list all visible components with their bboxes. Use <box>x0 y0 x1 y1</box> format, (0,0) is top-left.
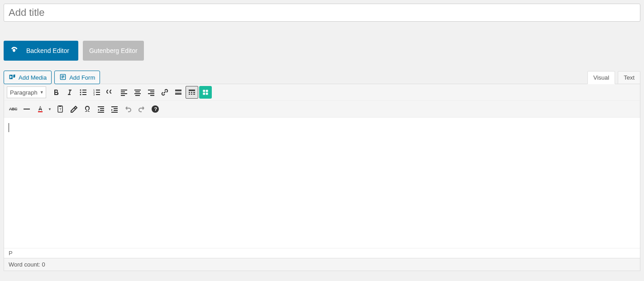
content-editor[interactable] <box>4 118 640 248</box>
svg-rect-22 <box>134 93 141 94</box>
svg-rect-42 <box>24 109 30 110</box>
svg-rect-30 <box>175 93 181 95</box>
add-media-button[interactable]: Add Media <box>4 71 52 84</box>
svg-rect-43 <box>38 111 43 112</box>
bold-button[interactable] <box>50 86 62 99</box>
indent-button[interactable] <box>108 103 121 115</box>
svg-point-6 <box>80 92 81 93</box>
svg-rect-35 <box>189 94 190 95</box>
svg-rect-47 <box>98 106 104 107</box>
add-media-label: Add Media <box>19 74 47 81</box>
outdent-button[interactable] <box>95 103 107 115</box>
redo-button[interactable] <box>135 103 148 115</box>
number-list-button[interactable]: 123 <box>91 86 103 99</box>
svg-rect-49 <box>100 110 104 111</box>
editor-tabs: Visual Text <box>585 71 640 84</box>
help-button[interactable]: ? <box>149 103 162 115</box>
svg-rect-9 <box>82 94 86 95</box>
svg-rect-48 <box>100 108 104 109</box>
svg-rect-40 <box>203 93 205 95</box>
svg-rect-11 <box>96 90 100 90</box>
svg-rect-37 <box>193 94 195 95</box>
word-count-label: Word count: <box>9 261 42 268</box>
link-button[interactable] <box>158 86 171 99</box>
svg-rect-16 <box>121 90 127 90</box>
media-tabs-row: Add Media Add Form Visual Text <box>4 71 640 84</box>
word-count-value: 0 <box>42 261 45 268</box>
element-path: P <box>4 248 640 258</box>
undo-button[interactable] <box>122 103 134 115</box>
svg-point-8 <box>80 94 81 95</box>
align-left-button[interactable] <box>118 86 130 99</box>
text-color-dropdown[interactable] <box>47 103 53 115</box>
special-char-button[interactable] <box>81 103 94 115</box>
svg-rect-18 <box>121 93 127 94</box>
clear-format-button[interactable] <box>67 103 80 115</box>
svg-rect-27 <box>150 95 154 96</box>
horizontal-line-button[interactable] <box>20 103 33 115</box>
svg-rect-39 <box>206 90 208 92</box>
strikethrough-icon: ABC <box>9 107 17 111</box>
svg-rect-52 <box>114 108 118 109</box>
svg-rect-21 <box>135 91 140 92</box>
svg-rect-15 <box>96 94 100 95</box>
svg-rect-5 <box>82 90 86 90</box>
editor-select-row: Backend Editor Gutenberg Editor <box>4 41 640 61</box>
svg-rect-36 <box>191 94 192 95</box>
svg-rect-23 <box>135 95 140 96</box>
svg-rect-45 <box>59 105 62 107</box>
svg-rect-26 <box>148 93 154 94</box>
svg-text:3: 3 <box>93 93 95 96</box>
text-cursor-icon <box>9 123 9 132</box>
paste-text-button[interactable]: T <box>54 103 67 115</box>
plugin-button[interactable] <box>199 86 212 99</box>
editor-container: Paragraph 123 ABC T ? P W <box>4 84 640 271</box>
blockquote-button[interactable] <box>104 86 117 99</box>
svg-rect-24 <box>148 90 154 90</box>
svg-rect-53 <box>114 110 118 111</box>
status-bar: Word count: 0 <box>4 258 640 271</box>
align-center-button[interactable] <box>131 86 144 99</box>
toolbar-row-1: Paragraph 123 <box>4 84 640 101</box>
svg-text:?: ? <box>154 106 157 112</box>
align-right-button[interactable] <box>145 86 157 99</box>
element-path-value: P <box>9 250 13 257</box>
svg-rect-34 <box>193 92 195 93</box>
svg-rect-41 <box>206 93 208 95</box>
svg-rect-13 <box>96 92 100 93</box>
svg-rect-19 <box>121 95 125 96</box>
tab-visual[interactable]: Visual <box>587 71 615 84</box>
svg-rect-7 <box>82 92 86 93</box>
text-color-group <box>34 103 53 115</box>
gutenberg-editor-button[interactable]: Gutenberg Editor <box>83 41 144 61</box>
svg-rect-29 <box>175 92 181 92</box>
toolbar-toggle-button[interactable] <box>186 86 198 99</box>
form-icon <box>59 73 67 82</box>
text-color-button[interactable] <box>34 103 47 115</box>
svg-rect-38 <box>203 90 205 92</box>
svg-rect-54 <box>111 112 118 113</box>
svg-text:T: T <box>59 107 62 111</box>
wpbakery-icon <box>10 46 18 56</box>
tab-text[interactable]: Text <box>618 71 640 84</box>
italic-button[interactable] <box>63 86 76 99</box>
bullet-list-button[interactable] <box>77 86 90 99</box>
title-input[interactable] <box>4 4 640 22</box>
svg-rect-20 <box>134 90 141 90</box>
add-form-button[interactable]: Add Form <box>54 71 100 84</box>
svg-rect-17 <box>121 91 125 92</box>
svg-rect-51 <box>111 106 118 107</box>
backend-editor-label: Backend Editor <box>26 47 69 54</box>
gutenberg-editor-label: Gutenberg Editor <box>89 47 138 54</box>
format-select-label: Paragraph <box>10 89 38 96</box>
add-form-label: Add Form <box>69 74 95 81</box>
svg-point-4 <box>80 90 81 91</box>
toolbar-row-2: ABC T ? <box>4 101 640 118</box>
strikethrough-button[interactable]: ABC <box>7 103 19 115</box>
svg-rect-25 <box>150 91 154 92</box>
format-select[interactable]: Paragraph <box>7 86 46 98</box>
svg-rect-31 <box>189 90 195 91</box>
backend-editor-button[interactable]: Backend Editor <box>4 41 78 61</box>
read-more-button[interactable] <box>172 86 185 99</box>
svg-rect-33 <box>191 92 192 93</box>
